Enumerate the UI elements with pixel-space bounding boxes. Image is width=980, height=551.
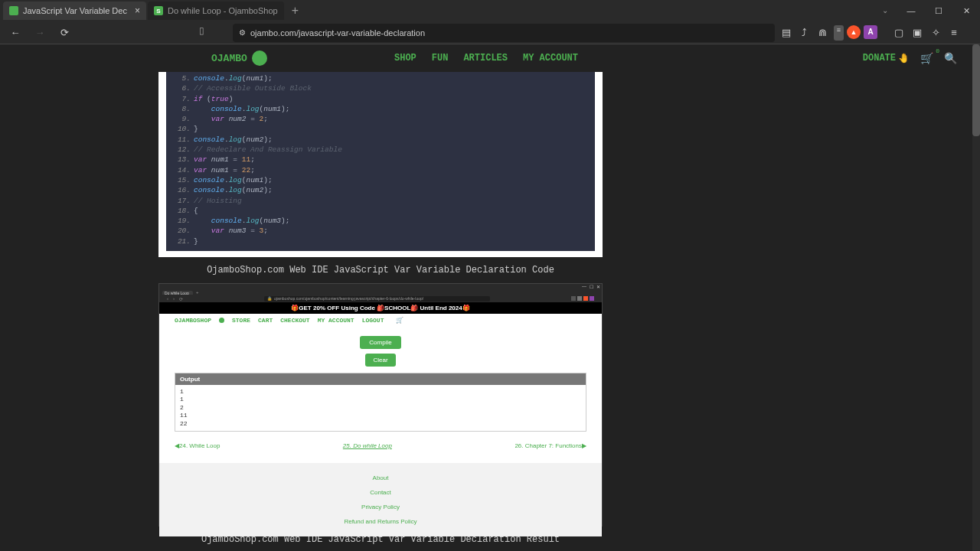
extension-badge[interactable]: ≡ [834,25,844,41]
inner-logo: OJAMBOSHOP [175,317,211,324]
footer-about: About [159,471,602,485]
footer-contact: Contact [159,485,602,500]
pagination: ◀24. While Loop 25. Do while Loop 26. Ch… [159,436,602,455]
search-icon[interactable]: 🔍 [944,52,957,65]
address-bar: ← → ⟳ ▯ ⚙ ojambo.com/javascript-var-vari… [0,21,980,44]
pagination-prev: ◀24. While Loop [175,442,220,449]
url-input[interactable]: ⚙ ojambo.com/javascript-var-variable-dec… [233,24,775,42]
inner-nav: OJAMBOSHOP STORE CART CHECKOUT MY ACCOUN… [159,314,602,327]
tabs-dropdown-icon[interactable]: ⌄ [882,6,888,15]
cart-count: 0 [936,47,939,54]
logo-text: OJAMBO [211,53,247,64]
site-logo[interactable]: OJAMBO [211,51,267,66]
inner-footer: About Contact Privacy Policy Refund and … [159,463,602,536]
code-line: 21.} [174,236,587,246]
code-line: 20. var num3 = 3; [174,226,587,236]
tab-title: Do while Loop - OjamboShop [168,6,278,15]
output-label: Output [175,373,586,385]
inner-nav-store: STORE [232,317,250,324]
brave-shield-icon[interactable]: ▲ [847,25,861,39]
output-panel: Output 1121122 [175,373,586,432]
menu-icon[interactable]: ≡ [946,25,962,41]
rss-icon[interactable]: ⋒ [815,25,831,41]
donate-button[interactable]: DONATE 🤚 [863,53,910,64]
tab-favicon: S [154,6,163,15]
scrollbar-track[interactable] [972,44,980,551]
output-body: 1121122 [175,385,586,431]
inner-cart-icon: 🛒 [396,317,403,324]
window-minimize-button[interactable]: — [897,0,925,21]
code-line: 7.if (true) [174,94,587,104]
inner-nav-logout: LOGOUT [362,317,384,324]
code-line: 15.console.log(num1); [174,175,587,185]
extension-icon[interactable]: A [864,25,877,39]
inner-nav-cart: CART [258,317,273,324]
settings-sparkle-icon[interactable]: ✧ [928,25,943,41]
nav-articles[interactable]: ARTICLES [463,53,508,64]
tab-bar: JavaScript Var Variable Dec × S Do while… [0,0,980,21]
tab-close-icon[interactable]: × [135,5,140,16]
output-line: 1 [180,388,581,396]
hand-icon: 🤚 [898,53,910,64]
new-tab-button[interactable]: + [286,4,305,18]
sidebar-toggle-icon[interactable]: ▢ [891,25,906,41]
code-line: 19. console.log(num3); [174,216,587,226]
inner-nav-checkout: CHECKOUT [280,317,309,324]
code-line: 5.console.log(num1); [174,73,587,83]
browser-tab-active[interactable]: JavaScript Var Variable Dec × [3,2,146,20]
inner-nav-account: MY ACCOUNT [318,317,354,324]
cart-button[interactable]: 🛒0 [920,52,933,65]
site-header: OJAMBO SHOP FUN ARTICLES MY ACCOUNT DONA… [0,44,972,72]
code-caption: OjamboShop.com Web IDE JavaScript Var Va… [158,257,603,283]
window-close-button[interactable]: ✕ [952,0,980,21]
nav-account[interactable]: MY ACCOUNT [523,53,578,64]
inner-logo-icon [219,318,224,323]
inner-tab: Do while Loop - OjamboS [162,291,193,295]
code-line: 8. console.log(num1); [174,104,587,114]
compile-button: Compile [360,336,400,349]
code-block: 5.console.log(num1);6.// Accessible Outs… [166,69,595,251]
tab-title: JavaScript Var Variable Dec [23,6,127,15]
share-icon[interactable]: ⤴ [797,25,812,41]
output-line: 1 [180,396,581,403]
output-line: 11 [180,412,581,419]
donate-label: DONATE [863,53,896,64]
wallet-icon[interactable]: ▣ [910,25,925,41]
window-maximize-button[interactable]: ☐ [925,0,952,21]
browser-tab-inactive[interactable]: S Do while Loop - OjamboShop [148,2,284,20]
code-line: 6.// Accessible Outside Block [174,83,587,93]
code-line: 14.var num1 = 22; [174,165,587,175]
code-line: 12.// Redeclare And Reassign Variable [174,145,587,155]
code-line: 13.var num1 = 11; [174,155,587,165]
inner-url: ojamboshop.com/ojamboshop/content/learni… [274,296,423,301]
nav-fun[interactable]: FUN [432,53,449,64]
code-line: 17.// Hoisting [174,196,587,206]
code-line: 11.console.log(num2); [174,135,587,145]
bookmark-icon[interactable]: ▯ [199,25,204,36]
footer-refund: Refund and Returns Policy [159,514,602,529]
url-text: ojambo.com/javascript-var-variable-decla… [250,28,425,37]
code-line: 18.{ [174,206,587,216]
code-line: 16.console.log(num2); [174,185,587,195]
result-screenshot: —☐✕ Do while Loop - OjamboS + ‹ › ⟳ 🔒oja… [158,283,603,527]
code-line: 10.} [174,124,587,134]
output-line: 2 [180,404,581,412]
promo-banner: 🎁GET 20% OFF Using Code 🎒SCHOOL🎒 Until E… [159,302,602,314]
nav-shop[interactable]: SHOP [394,53,416,64]
output-line: 22 [180,420,581,428]
code-screenshot: 5.console.log(num1);6.// Accessible Outs… [158,69,603,257]
scrollbar-thumb[interactable] [972,44,980,136]
site-settings-icon[interactable]: ⚙ [239,28,246,37]
logo-icon [252,51,267,66]
code-line: 9. var num2 = 2; [174,114,587,124]
footer-privacy: Privacy Policy [159,500,602,514]
nav-back-button[interactable]: ← [6,24,24,42]
nav-forward-button[interactable]: → [31,24,49,42]
pagination-current: 25. Do while Loop [343,442,392,449]
page-content: OJAMBO SHOP FUN ARTICLES MY ACCOUNT DONA… [0,44,980,551]
nav-reload-button[interactable]: ⟳ [55,24,74,42]
reader-mode-icon[interactable]: ▤ [779,25,794,41]
pagination-next: 26. Chapter 7: Functions▶ [514,442,586,449]
clear-button: Clear [365,354,395,367]
tab-favicon [9,6,18,15]
